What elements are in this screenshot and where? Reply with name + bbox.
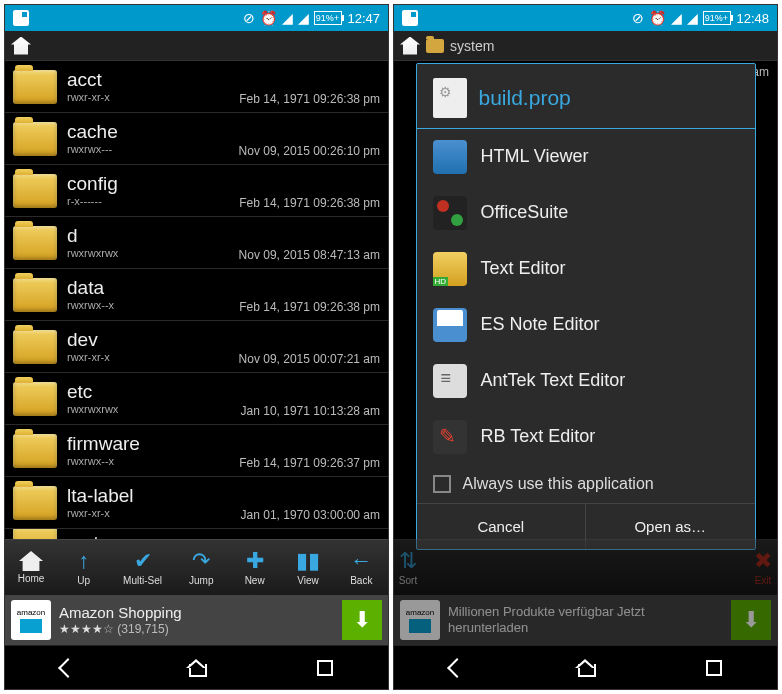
notepad-icon bbox=[402, 10, 418, 26]
view-button[interactable]: ▮▮View bbox=[294, 549, 322, 586]
file-row[interactable]: dev rwxr-xr-x Nov 09, 2015 00:07:21 am bbox=[5, 321, 388, 373]
jump-icon: ↷ bbox=[187, 549, 215, 573]
file-row[interactable]: mnt bbox=[5, 529, 388, 539]
multisel-button[interactable]: ✔Multi-Sel bbox=[123, 549, 162, 586]
home-icon[interactable] bbox=[400, 37, 420, 55]
ad-rating: ★★★★☆ (319,715) bbox=[59, 622, 334, 636]
up-icon: ↑ bbox=[70, 549, 98, 573]
app-bar bbox=[5, 31, 388, 61]
app-bar: system bbox=[394, 31, 777, 61]
app-icon bbox=[433, 308, 467, 342]
app-label: ES Note Editor bbox=[481, 314, 600, 335]
file-name: firmware bbox=[67, 434, 239, 453]
ad-banner[interactable]: amazon Amazon Shopping ★★★★☆ (319,715) ⬇ bbox=[5, 595, 388, 645]
always-use-row[interactable]: Always use this application bbox=[417, 465, 755, 503]
file-row[interactable]: acct rwxr-xr-x Feb 14, 1971 09:26:38 pm bbox=[5, 61, 388, 113]
app-label: OfficeSuite bbox=[481, 202, 569, 223]
file-perms: rwxrwxrwx bbox=[67, 247, 239, 259]
home-icon[interactable] bbox=[11, 37, 31, 55]
file-perms: r-x------ bbox=[67, 195, 239, 207]
nav-back-icon[interactable] bbox=[447, 658, 467, 678]
file-date: Jan 01, 1970 03:00:00 am bbox=[241, 508, 380, 522]
nav-back-icon[interactable] bbox=[58, 658, 78, 678]
file-perms: rwxr-xr-x bbox=[67, 91, 239, 103]
exit-button[interactable]: ✖Exit bbox=[749, 549, 777, 586]
file-row[interactable]: firmware rwxrwx--x Feb 14, 1971 09:26:37… bbox=[5, 425, 388, 477]
file-row[interactable]: d rwxrwxrwx Nov 09, 2015 08:47:13 am bbox=[5, 217, 388, 269]
dialog-title: build.prop bbox=[479, 86, 571, 110]
file-perms: rwxrwx--x bbox=[67, 455, 239, 467]
home-icon bbox=[19, 551, 43, 571]
folder-icon bbox=[13, 434, 57, 468]
notepad-icon bbox=[13, 10, 29, 26]
battery-icon: 91%+ bbox=[703, 11, 731, 25]
file-date: Jan 10, 1971 10:13:28 am bbox=[241, 404, 380, 418]
back-button[interactable]: ←Back bbox=[347, 549, 375, 586]
folder-icon bbox=[13, 226, 57, 260]
always-use-label: Always use this application bbox=[463, 475, 654, 493]
alarm-icon: ⏰ bbox=[649, 10, 666, 26]
file-row[interactable]: config r-x------ Feb 14, 1971 09:26:38 p… bbox=[5, 165, 388, 217]
app-option-rb-text-editor[interactable]: RB Text Editor bbox=[417, 409, 755, 465]
folder-icon bbox=[13, 382, 57, 416]
app-label: AntTek Text Editor bbox=[481, 370, 626, 391]
signal-icon: ◢ bbox=[298, 10, 309, 26]
file-perms: rwxr-xr-x bbox=[67, 351, 239, 363]
file-perms: rwxrwx--- bbox=[67, 143, 239, 155]
multi-sel-icon: ✔ bbox=[129, 549, 157, 573]
folder-icon bbox=[13, 70, 57, 104]
file-row[interactable]: lta-label rwxr-xr-x Jan 01, 1970 03:00:0… bbox=[5, 477, 388, 529]
sort-button[interactable]: ⇅Sort bbox=[394, 549, 422, 586]
folder-icon bbox=[13, 278, 57, 312]
file-date: Feb 14, 1971 09:26:38 pm bbox=[239, 92, 380, 106]
folder-icon bbox=[13, 330, 57, 364]
home-button[interactable]: Home bbox=[18, 551, 45, 584]
app-label: RB Text Editor bbox=[481, 426, 596, 447]
file-perms: rwxrwx--x bbox=[67, 299, 239, 311]
file-date: Feb 14, 1971 09:26:38 pm bbox=[239, 300, 380, 314]
file-perms: rwxr-xr-x bbox=[67, 507, 241, 519]
new-button[interactable]: ✚New bbox=[241, 549, 269, 586]
nav-home-icon[interactable] bbox=[575, 659, 595, 677]
file-row[interactable]: etc rwxrwxrwx Jan 10, 1971 10:13:28 am bbox=[5, 373, 388, 425]
file-list[interactable]: acct rwxr-xr-x Feb 14, 1971 09:26:38 pm … bbox=[5, 61, 388, 539]
file-perms: rwxrwxrwx bbox=[67, 403, 241, 415]
nav-recent-icon[interactable] bbox=[317, 660, 333, 676]
file-name: acct bbox=[67, 70, 239, 89]
ad-banner[interactable]: amazon Millionen Produkte verfügbar Jetz… bbox=[394, 595, 777, 645]
new-icon: ✚ bbox=[241, 549, 269, 573]
app-option-html-viewer[interactable]: HTML Viewer bbox=[417, 129, 755, 185]
status-bar: ⊘ ⏰ ◢ ◢ 91%+ 12:47 bbox=[5, 5, 388, 31]
wifi-icon: ◢ bbox=[282, 10, 293, 26]
app-icon bbox=[433, 420, 467, 454]
nav-home-icon[interactable] bbox=[186, 659, 206, 677]
app-option-officesuite[interactable]: OfficeSuite bbox=[417, 185, 755, 241]
amazon-icon: amazon bbox=[11, 600, 51, 640]
folder-icon bbox=[13, 174, 57, 208]
breadcrumb[interactable]: system bbox=[450, 38, 494, 54]
app-option-es-note-editor[interactable]: ES Note Editor bbox=[417, 297, 755, 353]
download-button[interactable]: ⬇ bbox=[731, 600, 771, 640]
file-row[interactable]: data rwxrwx--x Feb 14, 1971 09:26:38 pm bbox=[5, 269, 388, 321]
view-icon: ▮▮ bbox=[294, 549, 322, 573]
battery-icon: 91%+ bbox=[314, 11, 342, 25]
nav-recent-icon[interactable] bbox=[706, 660, 722, 676]
bottom-toolbar: Home↑Up✔Multi-Sel↷Jump✚New▮▮View←Back bbox=[5, 539, 388, 595]
ad-title: Amazon Shopping bbox=[59, 604, 334, 622]
up-button[interactable]: ↑Up bbox=[70, 549, 98, 586]
file-name: data bbox=[67, 278, 239, 297]
checkbox-icon[interactable] bbox=[433, 475, 451, 493]
app-option-text-editor[interactable]: Text Editor bbox=[417, 241, 755, 297]
signal-icon: ◢ bbox=[687, 10, 698, 26]
download-button[interactable]: ⬇ bbox=[342, 600, 382, 640]
file-date: Nov 09, 2015 00:26:10 pm bbox=[239, 144, 380, 158]
jump-button[interactable]: ↷Jump bbox=[187, 549, 215, 586]
app-icon bbox=[433, 140, 467, 174]
file-name: etc bbox=[67, 382, 241, 401]
app-icon bbox=[433, 252, 467, 286]
file-row[interactable]: cache rwxrwx--- Nov 09, 2015 00:26:10 pm bbox=[5, 113, 388, 165]
folder-icon bbox=[13, 486, 57, 520]
folder-icon bbox=[13, 122, 57, 156]
folder-icon bbox=[13, 529, 57, 539]
app-option-anttek-text-editor[interactable]: AntTek Text Editor bbox=[417, 353, 755, 409]
